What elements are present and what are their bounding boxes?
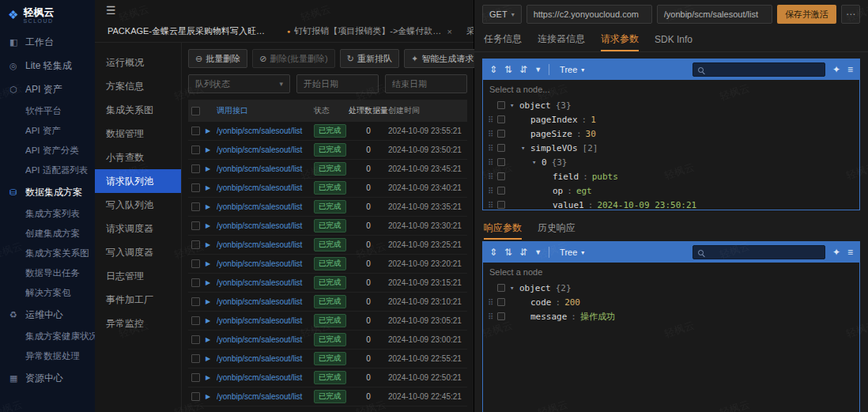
tree-checkbox[interactable] xyxy=(497,284,505,292)
scheme-nav-item[interactable]: 数据管理 xyxy=(95,122,181,146)
sidebar-item[interactable]: ⬡API 资产 xyxy=(0,77,95,101)
close-icon[interactable]: × xyxy=(447,27,452,36)
tree-search-box[interactable] xyxy=(693,245,825,259)
api-link[interactable]: /yonbip/scm/salesout/list xyxy=(217,127,314,135)
row-checkbox[interactable] xyxy=(191,221,200,230)
pick-node-icon[interactable]: ✦ xyxy=(832,248,840,257)
row-checkbox[interactable] xyxy=(191,240,200,249)
request-tree-body[interactable]: Select a node... ▾object{3}⠿pageIndex:1⠿… xyxy=(483,80,859,210)
api-link[interactable]: /yonbip/scm/salesout/list xyxy=(217,183,314,192)
play-icon[interactable]: ▶ xyxy=(206,260,217,267)
sidebar-item[interactable]: ♻运维中心 xyxy=(0,303,95,327)
expand-toggle-icon[interactable]: ▾ xyxy=(510,284,519,292)
row-checkbox[interactable] xyxy=(191,183,200,192)
play-icon[interactable]: ▶ xyxy=(206,127,217,134)
scheme-nav-item[interactable]: 方案信息 xyxy=(95,74,181,98)
tree-node[interactable]: ▾object{3} xyxy=(483,98,859,112)
api-link[interactable]: /yonbip/scm/salesout/list xyxy=(217,259,314,268)
play-icon[interactable]: ▶ xyxy=(206,279,217,286)
play-icon[interactable]: ▶ xyxy=(206,393,217,400)
tree-node[interactable]: ⠿code:200 xyxy=(483,295,859,309)
sidebar-item[interactable]: 创建集成方案 xyxy=(0,224,95,244)
tree-checkbox[interactable] xyxy=(497,130,505,138)
end-date-input[interactable] xyxy=(385,74,467,93)
sidebar-item[interactable]: API 资产 xyxy=(0,121,95,141)
tree-checkbox[interactable] xyxy=(497,144,505,152)
document-tab[interactable]: 采购退料单回传× xyxy=(460,21,474,43)
row-checkbox[interactable] xyxy=(191,373,200,382)
scheme-nav-item[interactable]: 事件加工厂 xyxy=(95,288,181,312)
tree-search-box[interactable] xyxy=(693,62,825,77)
scheme-nav-item[interactable]: 写入队列池 xyxy=(95,193,181,217)
sidebar-item[interactable]: 异常数据处理 xyxy=(0,346,95,366)
scheme-nav-item[interactable]: 请求队列池 xyxy=(95,169,181,193)
document-tab[interactable]: PACKAGE-金蝶云星辰采购物料写入旺店通货品档案 xyxy=(101,21,279,43)
batch-delete-button[interactable]: ⊖批量删除 xyxy=(188,49,247,68)
sidebar-item[interactable]: ◎Lite 轻集成 xyxy=(0,54,95,77)
sidebar-item[interactable]: ⛁数据集成方案 xyxy=(0,180,95,204)
drag-handle-icon[interactable]: ⠿ xyxy=(488,298,497,307)
sort-icon[interactable]: ⇵ xyxy=(519,248,527,257)
row-checkbox[interactable] xyxy=(191,259,200,268)
base-url-input[interactable] xyxy=(526,5,652,24)
sidebar-item[interactable]: 集成方案列表 xyxy=(0,204,95,224)
row-checkbox[interactable] xyxy=(191,392,200,401)
hamburger-icon[interactable]: ☰ xyxy=(106,4,116,17)
tree-checkbox[interactable] xyxy=(497,298,505,306)
document-tab[interactable]: ●钉钉报销【项目报销类】->金蝶付款单【预西】× xyxy=(281,21,459,43)
drag-handle-icon[interactable]: ⠿ xyxy=(488,158,497,167)
expand-toggle-icon[interactable]: ▾ xyxy=(532,158,542,166)
drag-handle-icon[interactable]: ⠿ xyxy=(488,115,497,124)
scheme-nav-item[interactable]: 运行概况 xyxy=(95,51,181,74)
tree-node[interactable]: ⠿message:操作成功 xyxy=(483,309,859,323)
row-checkbox[interactable] xyxy=(191,202,200,211)
api-link[interactable]: /yonbip/scm/salesout/list xyxy=(217,297,314,306)
panel-tab[interactable]: SDK Info xyxy=(655,28,693,51)
sidebar-item[interactable]: 解决方案包 xyxy=(0,283,95,303)
tree-node[interactable]: ⠿▾0{3} xyxy=(483,155,859,169)
logo[interactable]: ❖ 轻枫云 SCLOUD xyxy=(0,0,95,30)
api-link[interactable]: /yonbip/scm/salesout/list xyxy=(217,354,314,363)
drag-handle-icon[interactable]: ⠿ xyxy=(488,144,497,153)
row-checkbox[interactable] xyxy=(191,146,200,154)
row-checkbox[interactable] xyxy=(191,297,200,306)
api-link[interactable]: /yonbip/scm/salesout/list xyxy=(217,278,314,287)
panel-tab[interactable]: 历史响应 xyxy=(538,218,576,240)
play-icon[interactable]: ▶ xyxy=(206,241,217,248)
panel-tab[interactable]: 请求参数 xyxy=(601,28,639,51)
drag-handle-icon[interactable]: ⠿ xyxy=(488,312,497,321)
more-actions-button[interactable]: ⋯ xyxy=(841,5,860,24)
scheme-nav-item[interactable]: 写入调度器 xyxy=(95,240,181,264)
play-icon[interactable]: ▶ xyxy=(206,222,217,229)
row-checkbox[interactable] xyxy=(191,278,200,287)
tree-checkbox[interactable] xyxy=(497,201,505,209)
scheme-nav-item[interactable]: 请求调度器 xyxy=(95,217,181,240)
tree-node[interactable]: ⠿pageIndex:1 xyxy=(483,112,859,127)
tree-node[interactable]: ⠿▾simpleVOs[2] xyxy=(483,141,859,155)
drag-handle-icon[interactable]: ⠿ xyxy=(488,172,497,181)
tree-node[interactable]: ⠿field:pubts xyxy=(483,169,859,183)
scheme-nav-item[interactable]: 异常监控 xyxy=(95,312,181,335)
tree-node[interactable]: ▾object{2} xyxy=(483,281,859,295)
tree-mode-select[interactable]: Tree ▾ xyxy=(557,65,587,74)
row-checkbox[interactable] xyxy=(191,164,200,173)
play-icon[interactable]: ▶ xyxy=(206,165,217,172)
response-tree-body[interactable]: Select a node ▾object{2}⠿code:200⠿messag… xyxy=(483,263,859,412)
drag-handle-icon[interactable]: ⠿ xyxy=(488,130,497,138)
expand-all-icon[interactable]: ⇕ xyxy=(489,65,497,74)
play-icon[interactable]: ▶ xyxy=(206,317,217,324)
queue-status-select[interactable]: 队列状态 ▾ xyxy=(188,74,290,93)
tree-node[interactable]: ⠿op:egt xyxy=(483,183,859,198)
save-activate-button[interactable]: 保存并激活 xyxy=(777,5,836,24)
scheme-nav-item[interactable]: 集成关系图 xyxy=(95,98,181,122)
expand-toggle-icon[interactable]: ▾ xyxy=(521,144,530,152)
api-link[interactable]: /yonbip/scm/salesout/list xyxy=(217,335,314,344)
sidebar-item[interactable]: 软件平台 xyxy=(0,101,95,121)
tree-checkbox[interactable] xyxy=(497,172,505,180)
drag-handle-icon[interactable]: ⠿ xyxy=(488,187,497,195)
path-input[interactable] xyxy=(657,5,772,24)
api-link[interactable]: /yonbip/scm/salesout/list xyxy=(217,164,314,173)
row-checkbox[interactable] xyxy=(191,127,200,135)
drag-handle-icon[interactable]: ⠿ xyxy=(488,201,497,210)
requeue-button[interactable]: ↻重新排队 xyxy=(340,49,399,68)
